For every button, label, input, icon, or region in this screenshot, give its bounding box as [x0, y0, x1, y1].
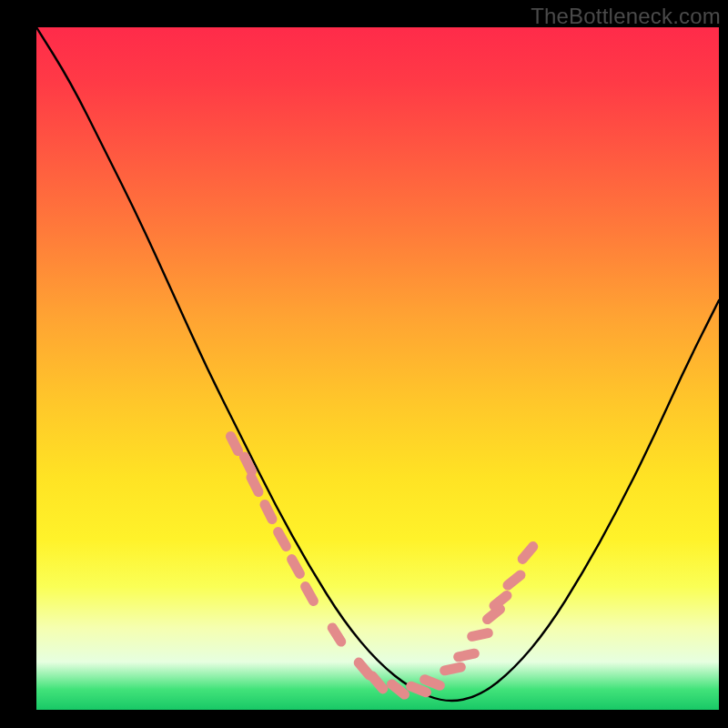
data-marker: [508, 575, 521, 585]
data-marker: [231, 437, 238, 451]
data-marker: [392, 684, 405, 694]
data-marker: [425, 680, 440, 686]
data-marker: [265, 505, 272, 520]
data-marker: [332, 628, 341, 642]
data-marker: [494, 595, 507, 605]
watermark-text: TheBottleneck.com: [531, 4, 721, 29]
data-marker: [445, 667, 461, 671]
data-marker: [488, 609, 500, 619]
data-marker: [411, 686, 427, 693]
data-marker: [522, 547, 533, 560]
curve-svg: [36, 27, 719, 710]
data-marker: [292, 560, 300, 574]
data-markers: [231, 437, 533, 695]
data-marker: [251, 478, 258, 492]
chart-frame: TheBottleneck.com: [0, 0, 728, 728]
data-marker: [372, 676, 383, 689]
data-marker: [245, 457, 252, 471]
data-marker: [459, 653, 475, 657]
bottleneck-curve: [36, 27, 719, 701]
data-marker: [278, 532, 287, 547]
plot-area: [36, 27, 719, 710]
data-marker: [306, 587, 314, 602]
data-marker: [472, 633, 489, 637]
data-marker: [359, 662, 369, 675]
